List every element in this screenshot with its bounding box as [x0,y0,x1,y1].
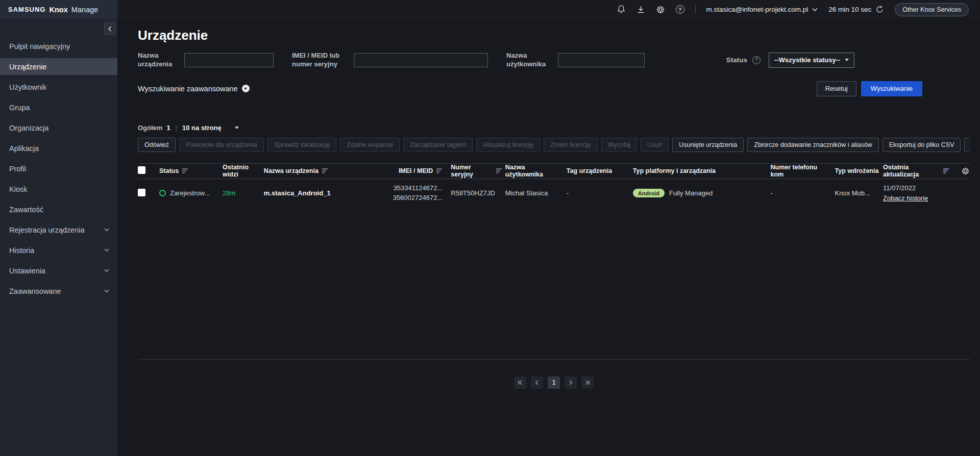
advanced-search-label: Wyszukiwanie zaawansowane [138,85,238,93]
column-label: Nazwa urządzenia [264,167,318,174]
update-license-button[interactable]: Aktualizuj licencję [476,138,540,152]
sidebar-item-kiosk[interactable]: Kiosk [0,181,117,197]
current-page-button[interactable]: 1 [548,376,560,389]
header-user-name: Nazwa użytkownika [505,164,567,178]
view-history-link[interactable]: Zobacz historię [883,193,949,204]
sort-icon[interactable] [436,168,443,173]
sidebar-item-ustawienia[interactable]: Ustawienia [0,262,117,279]
prev-page-button[interactable] [531,376,543,389]
topbar-divider [695,5,696,14]
topbar-actions: ? m.stasica@infonet-projekt.com.pl 26 mi… [117,0,980,19]
row-checkbox[interactable] [138,189,145,196]
sidebar-item-organizacja[interactable]: Organizacja [0,119,117,136]
other-knox-services-button[interactable]: Other Knox Services [895,3,969,16]
next-page-button[interactable] [565,376,577,389]
column-label: Nazwa użytkownika [505,164,543,178]
sidebar-item-uzytkownik[interactable]: Użytkownik [0,79,117,95]
sidebar-item-zawartosc[interactable]: Zawartość [0,201,117,218]
chevron-down-icon [235,126,239,129]
sidebar-item-historia[interactable]: Historia [0,242,117,259]
advanced-search-toggle[interactable]: Wyszukiwanie zaawansowane [138,85,250,93]
device-table: Status Ostatnio widzi Nazwa urządzenia I… [138,163,970,360]
last-update-date: 11/07/2022 [883,183,949,193]
column-label: Typ platformy i zarządzania [633,167,716,174]
page-size-select[interactable]: 10 na stronę [182,124,239,132]
table-empty-area [138,208,970,360]
chevron-left-icon [534,379,540,386]
search-button[interactable]: Wyszukiwanie [861,81,922,96]
sidebar-item-urzadzenie[interactable]: Urządzenie [0,58,117,75]
sidebar-item-label: Zaawansowane [9,287,61,295]
select-all-checkbox[interactable] [138,166,145,174]
user-name-input[interactable] [558,53,645,67]
device-name-text: m.stasica_Android_1 [264,189,331,197]
sort-icon[interactable] [496,168,502,173]
settings-gear-icon[interactable] [656,5,665,14]
header-last-seen: Ostatnio widzi [223,164,264,178]
sort-icon[interactable] [182,168,188,173]
export-csv-button[interactable]: Eksportuj do pliku CSV [883,138,961,152]
header-platform: Typ platformy i zarządzania [633,167,771,174]
column-settings-gear-icon[interactable] [961,167,970,175]
imei-line-2: 356002724672... [382,193,443,203]
session-timer-value: 26 min 10 sec [828,6,871,13]
status-select[interactable]: --Wszystkie statusy-- [769,53,854,68]
sidebar-item-label: Grupa [9,104,30,112]
chevron-down-icon [845,59,849,61]
reset-button[interactable]: Resetuj [817,81,856,96]
sidebar-item-grupa[interactable]: Grupa [0,99,117,116]
sidebar-collapse-button[interactable] [104,22,115,35]
row-device-name[interactable]: m.stasica_Android_1 [264,189,382,197]
row-last-update-cell: 11/07/2022 Zobacz historię [883,183,952,203]
status-help-icon[interactable]: ? [752,56,761,64]
header-deployment: Typ wdrożenia [835,167,884,174]
restore-button[interactable]: Przywróć [964,138,970,152]
sidebar-item-aplikacja[interactable]: Aplikacja [0,140,117,157]
account-menu[interactable]: m.stasica@infonet-projekt.com.pl [706,6,818,13]
header-settings-cell [952,167,970,175]
chevron-down-icon [104,248,109,252]
retire-button[interactable]: Wycofaj [601,138,637,152]
session-reset-icon[interactable] [875,5,884,14]
sidebar-item-rejestracja-urzadzenia[interactable]: Rejestracja urządzenia [0,221,117,238]
download-icon[interactable] [636,5,645,14]
row-status-cell: Zarejestrow... [159,189,223,197]
change-license-button[interactable]: Zmień licencję [544,138,598,152]
row-serial: R58T50HZ7JD [446,189,505,197]
imei-input[interactable] [354,53,488,67]
device-command-button[interactable]: Polecenie dla urządzenia [179,138,264,152]
page-size-value: 10 na stronę [182,124,222,132]
device-name-input[interactable] [184,53,274,67]
deleted-devices-button[interactable]: Usunięte urządzenia [672,138,744,152]
sort-icon[interactable] [322,168,328,173]
management-type-text: Fully Managed [669,189,713,197]
header-last-update: Ostatnia aktualizacja [883,164,952,178]
column-label: Ostatnia aktualizacja [883,164,940,178]
table-row: Zarejestrow... 28m m.stasica_Android_1 3… [138,179,970,208]
check-location-button[interactable]: Sprawdź lokalizację [267,138,337,152]
main-content: Urządzenie Nazwa urządzenia IMEI / MEID … [117,19,980,456]
manage-wordmark: Manage [71,6,98,14]
chevron-right-icon [568,379,574,386]
remote-support-button[interactable]: Zdalne wsparcie [340,138,400,152]
notifications-bell-icon[interactable] [617,5,626,14]
tag-management-button[interactable]: Zarządzanie tagiem [403,138,473,152]
sidebar-item-pulpit-nawigacyjny[interactable]: Pulpit nawigacyjny [0,38,117,55]
sort-icon-active[interactable] [943,168,949,173]
table-header: Status Ostatnio widzi Nazwa urządzenia I… [138,163,970,179]
chevron-down-icon [104,289,109,293]
last-page-button[interactable] [581,376,594,389]
delete-button[interactable]: Usuń [641,138,669,152]
sidebar-item-label: Historia [9,246,34,255]
sidebar-item-zaawansowane[interactable]: Zaawansowane [0,283,117,299]
search-buttons: Resetuj Wyszukiwanie [817,81,922,96]
refresh-button[interactable]: Odśwież [138,138,176,152]
row-last-seen: 28m [223,189,264,197]
bulk-tags-aliases-button[interactable]: Zbiorcze dodawanie znaczników i aliasów [747,138,878,152]
skip-first-icon [517,379,523,386]
row-platform-cell: Android Fully Managed [633,189,771,197]
help-icon[interactable]: ? [676,5,684,14]
first-page-button[interactable] [514,376,526,389]
sidebar-item-label: Aplikacja [9,144,39,153]
sidebar-item-profil[interactable]: Profil [0,160,117,177]
